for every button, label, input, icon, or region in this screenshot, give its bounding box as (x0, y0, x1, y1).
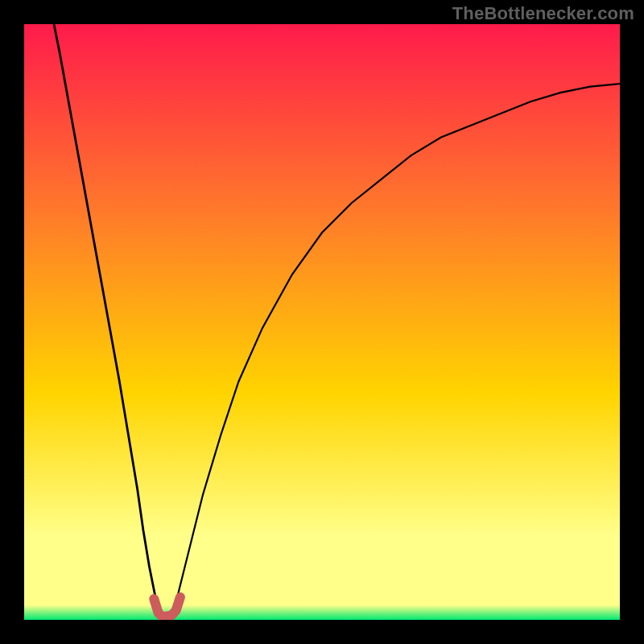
outer-frame: TheBottlenecker.com (0, 0, 644, 644)
gradient-background (24, 24, 620, 620)
plot-area (24, 24, 620, 620)
watermark-text: TheBottlenecker.com (452, 3, 634, 24)
chart-svg (24, 24, 620, 620)
